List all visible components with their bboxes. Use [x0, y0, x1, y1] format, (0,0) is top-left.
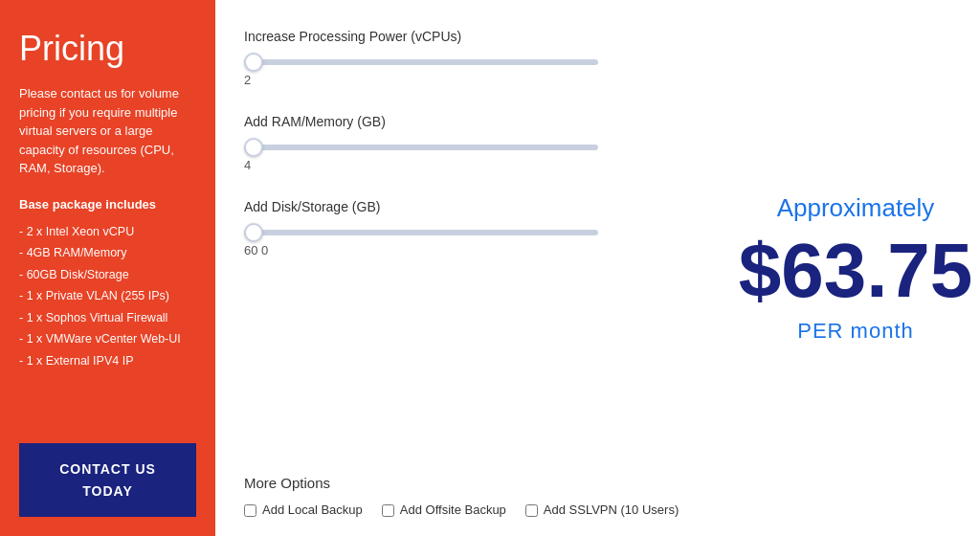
- slider-display-value: 4: [244, 158, 702, 172]
- approximately-label: Approximately: [777, 193, 935, 223]
- checkbox-item[interactable]: Add Offsite Backup: [382, 502, 506, 517]
- price-panel: Approximately $63.75 PER month: [731, 0, 980, 536]
- base-item: - 1 x Private VLAN (255 IPs): [19, 285, 196, 307]
- base-item: - 1 x VMWare vCenter Web-UI: [19, 328, 196, 350]
- main-content: Increase Processing Power (vCPUs)2Add RA…: [215, 0, 731, 536]
- checkboxes-row: Add Local BackupAdd Offsite BackupAdd SS…: [244, 502, 702, 517]
- base-package-list: - 2 x Intel Xeon vCPU- 4GB RAM/Memory- 6…: [19, 221, 196, 425]
- checkbox-item[interactable]: Add SSLVPN (10 Users): [525, 502, 679, 517]
- contact-line1: CONTACT US: [59, 461, 156, 477]
- slider-group: Add Disk/Storage (GB)60 0: [244, 199, 702, 257]
- slider-group: Increase Processing Power (vCPUs)2: [244, 29, 702, 87]
- base-item: - 2 x Intel Xeon vCPU: [19, 221, 196, 243]
- slider-label: Add Disk/Storage (GB): [244, 199, 702, 214]
- sidebar: Pricing Please contact us for volume pri…: [0, 0, 215, 536]
- base-item: - 1 x External IPV4 IP: [19, 350, 196, 372]
- slider-track: [244, 137, 598, 154]
- slider-input[interactable]: [244, 145, 598, 150]
- checkbox-input[interactable]: [525, 504, 538, 517]
- sidebar-title: Pricing: [19, 29, 196, 69]
- slider-input[interactable]: [244, 230, 598, 235]
- checkbox-label: Add Local Backup: [262, 502, 363, 517]
- checkbox-input[interactable]: [382, 504, 394, 517]
- slider-display-value: 60 0: [244, 243, 702, 257]
- slider-group: Add RAM/Memory (GB)4: [244, 114, 702, 172]
- contact-us-button[interactable]: CONTACT USTODAY: [19, 443, 196, 517]
- contact-line2: TODAY: [82, 483, 132, 499]
- sliders-area: Increase Processing Power (vCPUs)2Add RA…: [244, 29, 702, 475]
- base-package-title: Base package includes: [19, 197, 196, 212]
- slider-track: [244, 52, 598, 69]
- slider-label: Increase Processing Power (vCPUs): [244, 29, 702, 44]
- slider-input[interactable]: [244, 59, 598, 65]
- price-value: $63.75: [739, 233, 973, 309]
- checkbox-label: Add Offsite Backup: [400, 502, 506, 517]
- sidebar-description: Please contact us for volume pricing if …: [19, 84, 196, 178]
- slider-display-value: 2: [244, 73, 702, 87]
- checkbox-label: Add SSLVPN (10 Users): [544, 502, 679, 517]
- slider-label: Add RAM/Memory (GB): [244, 114, 702, 129]
- checkbox-item[interactable]: Add Local Backup: [244, 502, 363, 517]
- base-item: - 1 x Sophos Virtual Firewall: [19, 307, 196, 329]
- checkbox-input[interactable]: [244, 504, 256, 517]
- more-options-title: More Options: [244, 475, 702, 491]
- more-options-section: More Options Add Local BackupAdd Offsite…: [244, 475, 702, 517]
- base-item: - 4GB RAM/Memory: [19, 242, 196, 264]
- slider-track: [244, 222, 598, 239]
- per-month-label: PER month: [797, 319, 914, 344]
- base-item: - 60GB Disk/Storage: [19, 264, 196, 286]
